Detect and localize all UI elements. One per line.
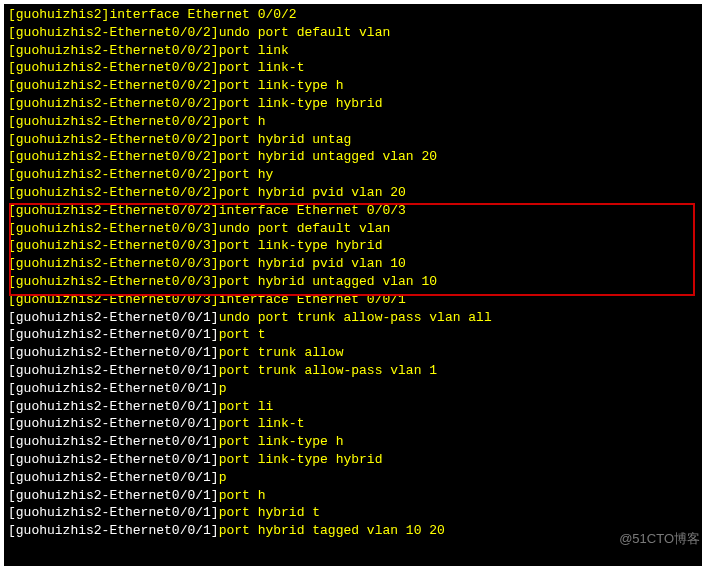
cli-command: p — [219, 381, 227, 396]
terminal-line: [guohuizhis2-Ethernet0/0/1]port hybrid t — [8, 504, 698, 522]
cli-prompt: [guohuizhis2-Ethernet0/0/2] — [8, 43, 219, 58]
terminal-line: [guohuizhis2]interface Ethernet 0/0/2 — [8, 6, 698, 24]
cli-command: p — [219, 470, 227, 485]
cli-command: port link-type h — [219, 78, 344, 93]
cli-command: port hy — [219, 167, 274, 182]
terminal-line: [guohuizhis2-Ethernet0/0/2]port link-typ… — [8, 95, 698, 113]
cli-command: port trunk allow — [219, 345, 344, 360]
cli-prompt: [guohuizhis2-Ethernet0/0/1] — [8, 505, 219, 520]
terminal-line: [guohuizhis2-Ethernet0/0/1]port h — [8, 487, 698, 505]
cli-command: port hybrid untagged vlan 10 — [219, 274, 437, 289]
cli-command: port link-type hybrid — [219, 96, 383, 111]
terminal-line: [guohuizhis2-Ethernet0/0/1]port t — [8, 326, 698, 344]
terminal-line: [guohuizhis2-Ethernet0/0/2]port hybrid u… — [8, 148, 698, 166]
terminal-line: [guohuizhis2-Ethernet0/0/2]interface Eth… — [8, 202, 698, 220]
cli-prompt: [guohuizhis2-Ethernet0/0/2] — [8, 78, 219, 93]
cli-prompt: [guohuizhis2-Ethernet0/0/1] — [8, 399, 219, 414]
terminal-output: [guohuizhis2]interface Ethernet 0/0/2[gu… — [8, 6, 698, 540]
cli-prompt: [guohuizhis2-Ethernet0/0/1] — [8, 434, 219, 449]
cli-command: port link-type hybrid — [219, 452, 383, 467]
terminal-line: [guohuizhis2-Ethernet0/0/1]undo port tru… — [8, 309, 698, 327]
cli-command: port hybrid t — [219, 505, 320, 520]
cli-command: interface Ethernet 0/0/3 — [219, 203, 406, 218]
terminal-window[interactable]: [guohuizhis2]interface Ethernet 0/0/2[gu… — [4, 4, 702, 566]
terminal-line: [guohuizhis2-Ethernet0/0/2]port link — [8, 42, 698, 60]
terminal-line: [guohuizhis2-Ethernet0/0/2]port link-typ… — [8, 77, 698, 95]
terminal-line: [guohuizhis2-Ethernet0/0/1]port hybrid t… — [8, 522, 698, 540]
terminal-line: [guohuizhis2-Ethernet0/0/1]port trunk al… — [8, 344, 698, 362]
cli-command: port li — [219, 399, 274, 414]
cli-prompt: [guohuizhis2-Ethernet0/0/2] — [8, 60, 219, 75]
cli-prompt: [guohuizhis2-Ethernet0/0/1] — [8, 488, 219, 503]
cli-command: undo port default vlan — [219, 25, 391, 40]
terminal-line: [guohuizhis2-Ethernet0/0/2]port hybrid u… — [8, 131, 698, 149]
cli-command: port h — [219, 114, 266, 129]
cli-prompt: [guohuizhis2-Ethernet0/0/3] — [8, 238, 219, 253]
terminal-line: [guohuizhis2-Ethernet0/0/2]port h — [8, 113, 698, 131]
cli-command: port h — [219, 488, 266, 503]
cli-command: port t — [219, 327, 266, 342]
cli-prompt: [guohuizhis2-Ethernet0/0/2] — [8, 185, 219, 200]
cli-prompt: [guohuizhis2-Ethernet0/0/2] — [8, 167, 219, 182]
cli-prompt: [guohuizhis2-Ethernet0/0/2] — [8, 25, 219, 40]
terminal-line: [guohuizhis2-Ethernet0/0/3]interface Eth… — [8, 291, 698, 309]
cli-prompt: [guohuizhis2-Ethernet0/0/1] — [8, 327, 219, 342]
cli-prompt: [guohuizhis2-Ethernet0/0/2] — [8, 132, 219, 147]
terminal-line: [guohuizhis2-Ethernet0/0/3]port hybrid p… — [8, 255, 698, 273]
cli-command: port link-type hybrid — [219, 238, 383, 253]
cli-command: undo port default vlan — [219, 221, 391, 236]
cli-command: interface Ethernet 0/0/2 — [109, 7, 296, 22]
cli-prompt: [guohuizhis2-Ethernet0/0/1] — [8, 523, 219, 538]
cli-prompt: [guohuizhis2-Ethernet0/0/1] — [8, 416, 219, 431]
terminal-line: [guohuizhis2-Ethernet0/0/2]port link-t — [8, 59, 698, 77]
terminal-line: [guohuizhis2-Ethernet0/0/1]port link-typ… — [8, 451, 698, 469]
cli-prompt: [guohuizhis2-Ethernet0/0/3] — [8, 221, 219, 236]
cli-command: port hybrid untag — [219, 132, 352, 147]
cli-prompt: [guohuizhis2] — [8, 7, 109, 22]
cli-command: port trunk allow-pass vlan 1 — [219, 363, 437, 378]
cli-command: port link-t — [219, 416, 305, 431]
terminal-line: [guohuizhis2-Ethernet0/0/2]port hy — [8, 166, 698, 184]
cli-prompt: [guohuizhis2-Ethernet0/0/3] — [8, 274, 219, 289]
cli-prompt: [guohuizhis2-Ethernet0/0/1] — [8, 381, 219, 396]
terminal-line: [guohuizhis2-Ethernet0/0/1]p — [8, 469, 698, 487]
terminal-line: [guohuizhis2-Ethernet0/0/1]port trunk al… — [8, 362, 698, 380]
cli-prompt: [guohuizhis2-Ethernet0/0/3] — [8, 292, 219, 307]
terminal-line: [guohuizhis2-Ethernet0/0/2]port hybrid p… — [8, 184, 698, 202]
cli-command: port hybrid pvid vlan 10 — [219, 256, 406, 271]
cli-command: port hybrid tagged vlan 10 20 — [219, 523, 445, 538]
terminal-line: [guohuizhis2-Ethernet0/0/1]p — [8, 380, 698, 398]
cli-command: undo port trunk allow-pass vlan all — [219, 310, 492, 325]
cli-prompt: [guohuizhis2-Ethernet0/0/2] — [8, 203, 219, 218]
terminal-line: [guohuizhis2-Ethernet0/0/3]port link-typ… — [8, 237, 698, 255]
cli-command: port hybrid untagged vlan 20 — [219, 149, 437, 164]
cli-prompt: [guohuizhis2-Ethernet0/0/2] — [8, 96, 219, 111]
cli-command: port link — [219, 43, 289, 58]
terminal-line: [guohuizhis2-Ethernet0/0/3]port hybrid u… — [8, 273, 698, 291]
cli-prompt: [guohuizhis2-Ethernet0/0/2] — [8, 149, 219, 164]
terminal-line: [guohuizhis2-Ethernet0/0/1]port li — [8, 398, 698, 416]
cli-command: port hybrid pvid vlan 20 — [219, 185, 406, 200]
cli-command: port link-type h — [219, 434, 344, 449]
cli-prompt: [guohuizhis2-Ethernet0/0/1] — [8, 452, 219, 467]
terminal-line: [guohuizhis2-Ethernet0/0/1]port link-typ… — [8, 433, 698, 451]
terminal-line: [guohuizhis2-Ethernet0/0/2]undo port def… — [8, 24, 698, 42]
cli-prompt: [guohuizhis2-Ethernet0/0/1] — [8, 363, 219, 378]
cli-prompt: [guohuizhis2-Ethernet0/0/1] — [8, 470, 219, 485]
terminal-line: [guohuizhis2-Ethernet0/0/3]undo port def… — [8, 220, 698, 238]
terminal-line: [guohuizhis2-Ethernet0/0/1]port link-t — [8, 415, 698, 433]
cli-prompt: [guohuizhis2-Ethernet0/0/2] — [8, 114, 219, 129]
cli-prompt: [guohuizhis2-Ethernet0/0/1] — [8, 310, 219, 325]
cli-prompt: [guohuizhis2-Ethernet0/0/1] — [8, 345, 219, 360]
cli-command: interface Ethernet 0/0/1 — [219, 292, 406, 307]
cli-prompt: [guohuizhis2-Ethernet0/0/3] — [8, 256, 219, 271]
cli-command: port link-t — [219, 60, 305, 75]
